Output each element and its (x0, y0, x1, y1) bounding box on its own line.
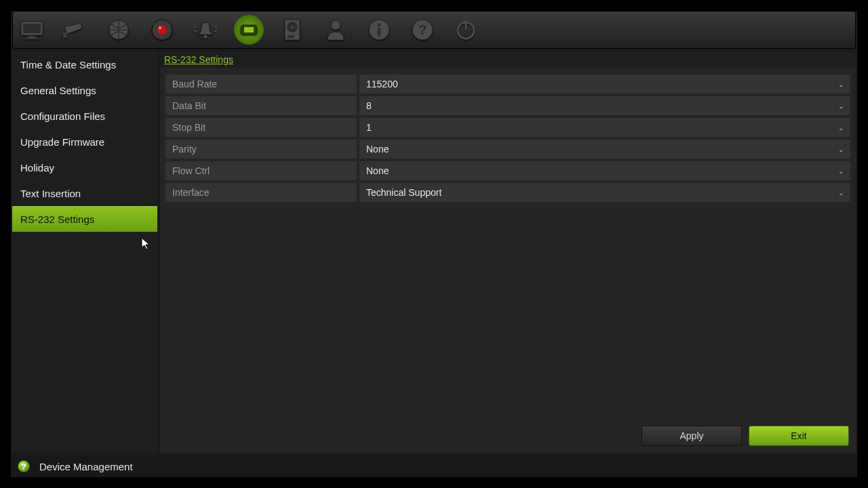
apply-button[interactable]: Apply (642, 426, 742, 446)
button-label: Exit (791, 430, 806, 441)
page-title-bar: RS-232 Settings (160, 52, 856, 68)
top-toolbar: ? (12, 11, 856, 49)
select-parity[interactable]: None ⌄ (359, 140, 850, 159)
select-flow-ctrl[interactable]: None ⌄ (359, 161, 850, 180)
label-interface: Interface (165, 183, 357, 202)
row-stop-bit: Stop Bit 1 ⌄ (165, 118, 850, 137)
svg-point-8 (159, 26, 161, 29)
footer-label: Device Management (39, 461, 133, 472)
sidebar-item-text-insertion[interactable]: Text Insertion (12, 180, 157, 206)
main-panel: RS-232 Settings Baud Rate 115200 ⌄ Data … (160, 52, 856, 453)
label-flow-ctrl: Flow Ctrl (165, 161, 357, 180)
sidebar: Time & Date Settings General Settings Co… (12, 52, 157, 453)
svg-rect-11 (244, 27, 254, 33)
network-icon[interactable] (104, 15, 134, 45)
sidebar-item-label: Holiday (20, 162, 54, 174)
footer-bar: ? Device Management (11, 455, 857, 477)
exit-button[interactable]: Exit (749, 426, 849, 446)
label-data-bit: Data Bit (165, 96, 357, 115)
svg-point-9 (204, 35, 208, 39)
chevron-down-icon: ⌄ (838, 189, 844, 197)
page-title: RS-232 Settings (164, 54, 233, 65)
info-icon[interactable] (364, 15, 394, 45)
sidebar-item-general[interactable]: General Settings (12, 77, 157, 103)
select-value: 1 (366, 122, 372, 133)
select-data-bit[interactable]: 8 ⌄ (359, 96, 850, 115)
sidebar-item-upgrade-firmware[interactable]: Upgrade Firmware (12, 129, 157, 155)
button-label: Apply (679, 430, 703, 441)
sidebar-item-label: RS-232 Settings (20, 214, 94, 225)
disk-icon[interactable] (277, 15, 307, 45)
svg-text:?: ? (418, 22, 427, 37)
chevron-down-icon: ⌄ (838, 124, 844, 131)
sidebar-item-label: Text Insertion (20, 188, 81, 199)
chevron-down-icon: ⌄ (838, 81, 844, 88)
select-value: None (366, 144, 389, 155)
svg-rect-15 (288, 35, 294, 38)
select-value: None (366, 165, 389, 176)
settings-form: Baud Rate 115200 ⌄ Data Bit 8 ⌄ Stop Bit (160, 68, 856, 202)
help-badge-icon[interactable]: ? (18, 460, 30, 472)
label-parity: Parity (165, 140, 357, 159)
help-icon[interactable]: ? (408, 15, 437, 45)
svg-rect-2 (28, 36, 36, 38)
sidebar-item-label: Time & Date Settings (20, 59, 116, 70)
select-baud-rate[interactable]: 115200 ⌄ (359, 75, 850, 94)
select-stop-bit[interactable]: 1 ⌄ (359, 118, 850, 137)
chevron-down-icon: ⌄ (838, 102, 844, 110)
sidebar-item-time-date[interactable]: Time & Date Settings (12, 52, 157, 77)
chevron-down-icon: ⌄ (838, 146, 844, 153)
sidebar-item-rs232[interactable]: RS-232 Settings (12, 206, 157, 232)
svg-point-7 (157, 25, 167, 35)
record-icon[interactable] (147, 15, 177, 45)
svg-point-18 (378, 24, 380, 26)
row-baud-rate: Baud Rate 115200 ⌄ (165, 75, 850, 94)
camera-icon[interactable] (60, 15, 90, 45)
svg-point-16 (331, 20, 340, 30)
sidebar-item-label: Upgrade Firmware (20, 136, 104, 148)
button-row: Apply Exit (642, 426, 849, 446)
monitor-icon[interactable] (17, 15, 47, 45)
power-icon[interactable] (451, 15, 481, 45)
chevron-down-icon: ⌄ (838, 167, 844, 175)
svg-rect-23 (465, 20, 467, 30)
row-interface: Interface Technical Support ⌄ (165, 183, 850, 202)
row-data-bit: Data Bit 8 ⌄ (165, 96, 850, 115)
select-value: Technical Support (366, 187, 441, 198)
alarm-icon[interactable] (191, 15, 220, 45)
sidebar-item-config-files[interactable]: Configuration Files (12, 103, 157, 129)
row-flow-ctrl: Flow Ctrl None ⌄ (165, 161, 850, 180)
label-baud-rate: Baud Rate (165, 75, 357, 94)
label-stop-bit: Stop Bit (165, 118, 357, 137)
sidebar-item-label: General Settings (20, 85, 96, 96)
select-value: 8 (366, 100, 372, 111)
svg-rect-4 (63, 33, 67, 38)
sidebar-item-holiday[interactable]: Holiday (12, 155, 157, 180)
sidebar-item-label: Configuration Files (20, 110, 105, 122)
svg-rect-3 (25, 38, 39, 39)
body-area: Time & Date Settings General Settings Co… (11, 52, 857, 453)
select-value: 115200 (366, 79, 398, 89)
svg-rect-1 (23, 24, 41, 33)
select-interface[interactable]: Technical Support ⌄ (359, 183, 850, 202)
app-window: ? Time & Date Settings General Settings … (11, 11, 857, 477)
chip-icon[interactable] (234, 15, 264, 45)
user-icon[interactable] (321, 15, 351, 45)
svg-rect-19 (378, 28, 380, 36)
row-parity: Parity None ⌄ (165, 140, 850, 159)
svg-point-14 (292, 26, 294, 28)
